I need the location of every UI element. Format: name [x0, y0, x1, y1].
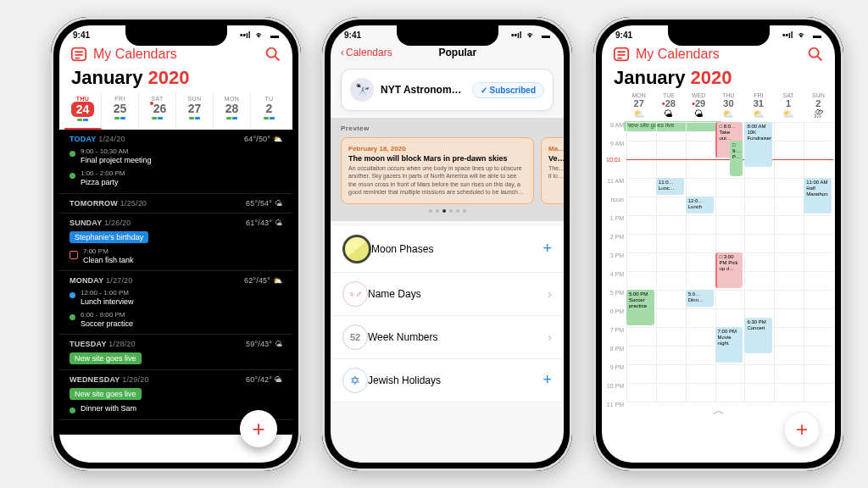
day-cell[interactable]: SUN 27: [176, 92, 214, 130]
week-event[interactable]: 7:00 PM Movie night: [715, 327, 743, 363]
day-number: 28: [214, 102, 250, 115]
featured-calendar-card[interactable]: 🔭 NYT Astronomy and… ✓ Subscribed: [341, 69, 554, 111]
agenda-event[interactable]: 12:00 - 1:00 PMLunch interview: [70, 289, 282, 307]
day-number: 1: [773, 98, 803, 108]
day-cell[interactable]: FRI 25: [102, 92, 139, 130]
hour-label: 6 PM: [602, 308, 624, 327]
nav-title: Popular: [362, 47, 554, 58]
status-right: ••ıl ᯤ ▬: [508, 30, 550, 40]
week-day-cell[interactable]: FRI 31 ⛅: [743, 92, 773, 119]
day-of-week: MON: [624, 92, 654, 98]
day-of-week: MON: [214, 96, 250, 102]
week-day-cell[interactable]: WED •29 🌤: [684, 92, 714, 119]
agenda-event[interactable]: 1:00 - 2:00 PMPizza party: [70, 169, 282, 187]
week-event[interactable]: □ 9:… P…: [730, 141, 743, 176]
add-event-button[interactable]: +: [784, 412, 820, 447]
week-day-cell[interactable]: THU 30 ⛅: [714, 92, 743, 119]
day-cell[interactable]: TU 2: [251, 92, 287, 130]
agenda-event[interactable]: New site goes live: [70, 388, 282, 400]
suggestion-row[interactable]: ♀♂ Name Days ›: [331, 273, 564, 316]
suggestion-row[interactable]: ✡ Jewish Holidays +: [331, 359, 564, 402]
week-day-cell[interactable]: MON 27 ⛅: [624, 92, 654, 119]
week-day-cell[interactable]: SAT 1 ⛅: [773, 92, 803, 119]
add-icon[interactable]: +: [542, 240, 552, 258]
day-number: 27: [624, 98, 654, 108]
weather-icon: ⛅: [624, 108, 654, 119]
preview-carousel[interactable]: February 18, 2020 The moon will block Ma…: [341, 137, 554, 204]
calendar-list-icon[interactable]: [70, 45, 88, 64]
signal-icon: ••ıl: [782, 30, 793, 40]
page-dots[interactable]: [341, 204, 554, 213]
add-icon[interactable]: +: [542, 371, 552, 389]
week-event[interactable]: 8:00 AM 10K Fundraiser: [744, 122, 772, 167]
preview-label: Preview: [341, 125, 554, 132]
day-of-week: SAT: [139, 96, 175, 102]
suggestion-label: Week Numbers: [368, 331, 548, 343]
week-event[interactable]: 11:00 AM Half Marathon: [804, 178, 832, 214]
search-icon[interactable]: [806, 45, 825, 64]
week-event[interactable]: 5:00 PM Soccer practice: [626, 290, 654, 325]
event-text: 1:00 - 2:00 PMPizza party: [81, 169, 125, 187]
battery-icon: ▬: [542, 30, 550, 40]
suggestion-row[interactable]: Moon Phases +: [331, 226, 564, 273]
week-day-header[interactable]: MON 27 ⛅TUE •28 🌤WED •29 🌤THU 30 ⛅FRI 31…: [602, 92, 835, 119]
screen: 9:41 ••ıl ᯤ ▬ My Calendars January 2020 …: [602, 25, 835, 463]
week-day-cell[interactable]: SUN 2 ⛈: [804, 92, 833, 119]
status-time: 9:41: [73, 30, 90, 40]
agenda-event[interactable]: 7:00 PMClean fish tank: [70, 247, 282, 265]
svg-point-10: [810, 48, 819, 58]
agenda-day-header: TODAY 1/24/20 64°/50° ⛅: [70, 135, 282, 143]
preview-card[interactable]: Ma… Ve… The… suf… it lo…: [541, 137, 564, 204]
agenda-event[interactable]: 9:00 - 10:30 AMFinal project meeting: [70, 147, 282, 165]
agenda-event[interactable]: Stephanie's birthday: [70, 231, 282, 243]
day-cell[interactable]: MON 28: [214, 92, 251, 130]
agenda-event[interactable]: 6:00 - 8:00 PMSoccer practice: [70, 311, 282, 329]
agenda-day-header: TUESDAY 1/28/20 59°/43° 🌤: [70, 340, 282, 348]
agenda-event[interactable]: New site goes live: [70, 352, 282, 364]
week-grid[interactable]: 8 AM9 AM11 AMnoon1 PM2 PM3 PM4 PM5 PM6 P…: [602, 122, 833, 402]
add-event-button[interactable]: +: [240, 410, 277, 447]
day-cell[interactable]: THU 24: [64, 92, 102, 130]
week-event[interactable]: 6:30 PM Concert: [744, 318, 772, 353]
week-event[interactable]: 5:0… Dinn…: [686, 290, 714, 307]
weather-summary: 62°/45° ⛅: [244, 276, 282, 285]
day-cell[interactable]: SAT 26: [139, 92, 176, 130]
agenda-day: SUNDAY 1/26/20 61°/43° 🌤Stephanie's birt…: [59, 214, 292, 271]
agenda-list[interactable]: TODAY 1/24/20 64°/50° ⛅ 9:00 - 10:30 AMF…: [59, 130, 292, 435]
day-number: 27: [176, 102, 213, 115]
preview-card[interactable]: February 18, 2020 The moon will block Ma…: [341, 137, 534, 204]
battery-icon: ▬: [270, 30, 279, 40]
weather-icon: 🌤: [684, 108, 714, 119]
busy-indicator: [251, 117, 287, 119]
busy-indicator: [64, 119, 101, 121]
calendar-list-icon[interactable]: [612, 45, 631, 64]
day-strip[interactable]: THU 24 FRI 25 SAT 26 SUN 27 MON 28 TU 2: [59, 92, 292, 130]
busy-indicator: [139, 117, 175, 119]
search-icon[interactable]: [264, 45, 282, 64]
my-calendars-button[interactable]: My Calendars: [636, 47, 720, 62]
suggestion-label: Name Days: [368, 288, 548, 300]
subscribed-chip[interactable]: ✓ Subscribed: [472, 82, 544, 98]
status-time: 9:41: [344, 30, 361, 40]
week-event[interactable]: □ 3:00 PM Pick up d…: [715, 252, 743, 288]
grid-body[interactable]: 10:01□ 8:0… Take out…8:00 AM 10K Fundrai…: [626, 122, 833, 402]
phone-week-view: 9:41 ••ıl ᯤ ▬ My Calendars January 2020 …: [593, 17, 843, 471]
hour-label: 8 PM: [602, 346, 624, 364]
event-text: 9:00 - 10:30 AMFinal project meeting: [81, 147, 152, 165]
calendar-color-dot: [70, 173, 75, 179]
week-event[interactable]: 11:0… Lunc…: [656, 178, 684, 195]
calendar-color-dot: [70, 408, 75, 413]
day-number: •29: [684, 98, 714, 108]
event-text: Dinner with Sam: [81, 404, 136, 413]
busy-indicator: [102, 117, 138, 119]
hour-label: 11 AM: [602, 178, 624, 197]
month-title[interactable]: January 2020: [602, 67, 835, 92]
week-day-cell[interactable]: TUE •28 🌤: [654, 92, 683, 119]
week-event[interactable]: 12:0… Lunch: [686, 197, 714, 214]
suggestion-row[interactable]: 52 Week Numbers ›: [331, 316, 564, 359]
hour-label: 4 PM: [602, 271, 624, 290]
my-calendars-button[interactable]: My Calendars: [93, 47, 177, 62]
task-checkbox[interactable]: [70, 251, 78, 259]
event-text: 6:00 - 8:00 PMSoccer practice: [81, 311, 133, 329]
month-title[interactable]: January 2020: [59, 67, 292, 92]
